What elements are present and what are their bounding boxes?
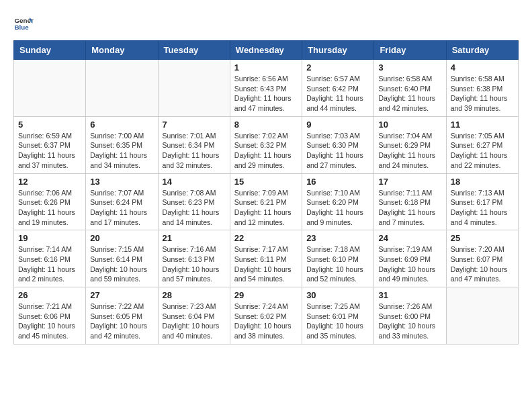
day-info: Sunrise: 7:24 AM Sunset: 6:02 PM Dayligh…	[234, 302, 298, 341]
day-info: Sunrise: 7:06 AM Sunset: 6:26 PM Dayligh…	[18, 188, 81, 228]
day-info: Sunrise: 7:07 AM Sunset: 6:24 PM Dayligh…	[90, 188, 153, 228]
day-info: Sunrise: 6:59 AM Sunset: 6:37 PM Dayligh…	[18, 131, 81, 171]
day-info: Sunrise: 7:11 AM Sunset: 6:18 PM Dayligh…	[378, 188, 441, 228]
day-info: Sunrise: 7:25 AM Sunset: 6:01 PM Dayligh…	[306, 302, 369, 341]
calendar-cell: 26Sunrise: 7:21 AM Sunset: 6:06 PM Dayli…	[14, 287, 86, 345]
day-number: 28	[163, 290, 226, 300]
calendar-cell: 24Sunrise: 7:19 AM Sunset: 6:09 PM Dayli…	[374, 230, 446, 287]
day-number: 19	[18, 233, 81, 243]
day-info: Sunrise: 7:16 AM Sunset: 6:13 PM Dayligh…	[163, 244, 226, 284]
day-info: Sunrise: 7:22 AM Sunset: 6:05 PM Dayligh…	[90, 302, 153, 341]
calendar-cell: 5Sunrise: 6:59 AM Sunset: 6:37 PM Daylig…	[14, 116, 86, 173]
day-info: Sunrise: 7:14 AM Sunset: 6:16 PM Dayligh…	[18, 244, 81, 284]
day-info: Sunrise: 7:15 AM Sunset: 6:14 PM Dayligh…	[90, 244, 153, 284]
day-number: 12	[18, 177, 81, 187]
day-info: Sunrise: 7:05 AM Sunset: 6:27 PM Dayligh…	[451, 131, 514, 171]
calendar-cell: 12Sunrise: 7:06 AM Sunset: 6:26 PM Dayli…	[14, 173, 86, 230]
day-info: Sunrise: 7:21 AM Sunset: 6:06 PM Dayligh…	[18, 302, 81, 341]
calendar-cell: 6Sunrise: 7:00 AM Sunset: 6:35 PM Daylig…	[86, 116, 158, 173]
day-number: 30	[306, 290, 369, 300]
weekday-header-thursday: Thursday	[302, 41, 374, 60]
calendar-cell: 15Sunrise: 7:09 AM Sunset: 6:21 PM Dayli…	[230, 173, 302, 230]
calendar-cell: 14Sunrise: 7:08 AM Sunset: 6:23 PM Dayli…	[158, 173, 230, 230]
day-number: 27	[90, 290, 153, 300]
calendar-cell: 17Sunrise: 7:11 AM Sunset: 6:18 PM Dayli…	[374, 173, 446, 230]
calendar-cell: 18Sunrise: 7:13 AM Sunset: 6:17 PM Dayli…	[446, 173, 518, 230]
calendar-week-1: 1Sunrise: 6:56 AM Sunset: 6:43 PM Daylig…	[14, 60, 519, 117]
day-info: Sunrise: 7:00 AM Sunset: 6:35 PM Dayligh…	[90, 131, 153, 171]
day-info: Sunrise: 7:01 AM Sunset: 6:34 PM Dayligh…	[163, 131, 226, 171]
calendar-cell: 30Sunrise: 7:25 AM Sunset: 6:01 PM Dayli…	[302, 287, 374, 345]
calendar-cell: 21Sunrise: 7:16 AM Sunset: 6:13 PM Dayli…	[158, 230, 230, 287]
day-number: 1	[234, 62, 298, 73]
day-number: 8	[234, 120, 298, 130]
calendar-week-2: 5Sunrise: 6:59 AM Sunset: 6:37 PM Daylig…	[14, 116, 519, 173]
calendar-cell: 4Sunrise: 6:58 AM Sunset: 6:38 PM Daylig…	[446, 60, 518, 117]
calendar-cell: 25Sunrise: 7:20 AM Sunset: 6:07 PM Dayli…	[446, 230, 518, 287]
calendar-week-4: 19Sunrise: 7:14 AM Sunset: 6:16 PM Dayli…	[14, 230, 519, 287]
day-number: 13	[90, 177, 153, 187]
calendar-cell: 13Sunrise: 7:07 AM Sunset: 6:24 PM Dayli…	[86, 173, 158, 230]
calendar-cell	[446, 287, 518, 345]
calendar-cell	[86, 60, 158, 117]
day-info: Sunrise: 7:03 AM Sunset: 6:30 PM Dayligh…	[306, 131, 369, 171]
calendar-cell: 1Sunrise: 6:56 AM Sunset: 6:43 PM Daylig…	[230, 60, 302, 117]
day-number: 10	[378, 120, 441, 130]
day-info: Sunrise: 7:13 AM Sunset: 6:17 PM Dayligh…	[451, 188, 514, 228]
day-number: 5	[18, 120, 81, 130]
day-number: 2	[306, 62, 369, 73]
weekday-header-tuesday: Tuesday	[158, 41, 230, 60]
day-number: 22	[234, 233, 298, 243]
calendar-cell: 10Sunrise: 7:04 AM Sunset: 6:29 PM Dayli…	[374, 116, 446, 173]
calendar-cell: 3Sunrise: 6:58 AM Sunset: 6:40 PM Daylig…	[374, 60, 446, 117]
weekday-header-friday: Friday	[374, 41, 446, 60]
calendar-cell: 23Sunrise: 7:18 AM Sunset: 6:10 PM Dayli…	[302, 230, 374, 287]
weekday-header-monday: Monday	[86, 41, 158, 60]
day-info: Sunrise: 6:58 AM Sunset: 6:40 PM Dayligh…	[378, 74, 441, 113]
logo: General Blue	[13, 13, 34, 34]
calendar-cell	[14, 60, 86, 117]
day-number: 15	[234, 177, 298, 187]
calendar-cell: 2Sunrise: 6:57 AM Sunset: 6:42 PM Daylig…	[302, 60, 374, 117]
calendar-cell: 20Sunrise: 7:15 AM Sunset: 6:14 PM Dayli…	[86, 230, 158, 287]
calendar-cell: 19Sunrise: 7:14 AM Sunset: 6:16 PM Dayli…	[14, 230, 86, 287]
calendar-cell: 7Sunrise: 7:01 AM Sunset: 6:34 PM Daylig…	[158, 116, 230, 173]
day-info: Sunrise: 6:58 AM Sunset: 6:38 PM Dayligh…	[451, 74, 514, 113]
day-number: 16	[306, 177, 369, 187]
calendar-table: SundayMondayTuesdayWednesdayThursdayFrid…	[13, 40, 519, 345]
day-number: 4	[451, 62, 514, 73]
calendar-cell: 28Sunrise: 7:23 AM Sunset: 6:04 PM Dayli…	[158, 287, 230, 345]
day-info: Sunrise: 6:57 AM Sunset: 6:42 PM Dayligh…	[306, 74, 369, 113]
calendar-cell: 16Sunrise: 7:10 AM Sunset: 6:20 PM Dayli…	[302, 173, 374, 230]
calendar-cell: 31Sunrise: 7:26 AM Sunset: 6:00 PM Dayli…	[374, 287, 446, 345]
day-info: Sunrise: 7:17 AM Sunset: 6:11 PM Dayligh…	[234, 244, 298, 284]
weekday-header-row: SundayMondayTuesdayWednesdayThursdayFrid…	[14, 41, 519, 60]
day-number: 29	[234, 290, 298, 300]
day-number: 20	[90, 233, 153, 243]
day-number: 24	[378, 233, 441, 243]
calendar-cell: 11Sunrise: 7:05 AM Sunset: 6:27 PM Dayli…	[446, 116, 518, 173]
day-number: 9	[306, 120, 369, 130]
day-number: 25	[451, 233, 514, 243]
day-info: Sunrise: 7:04 AM Sunset: 6:29 PM Dayligh…	[378, 131, 441, 171]
day-info: Sunrise: 7:09 AM Sunset: 6:21 PM Dayligh…	[234, 188, 298, 228]
calendar-cell: 9Sunrise: 7:03 AM Sunset: 6:30 PM Daylig…	[302, 116, 374, 173]
calendar-cell: 22Sunrise: 7:17 AM Sunset: 6:11 PM Dayli…	[230, 230, 302, 287]
day-number: 18	[451, 177, 514, 187]
day-info: Sunrise: 7:02 AM Sunset: 6:32 PM Dayligh…	[234, 131, 298, 171]
day-info: Sunrise: 7:10 AM Sunset: 6:20 PM Dayligh…	[306, 188, 369, 228]
calendar-cell	[158, 60, 230, 117]
weekday-header-saturday: Saturday	[446, 41, 518, 60]
day-number: 26	[18, 290, 81, 300]
day-number: 6	[90, 120, 153, 130]
page-header: General Blue	[13, 13, 519, 34]
day-number: 23	[306, 233, 369, 243]
svg-text:Blue: Blue	[15, 24, 30, 31]
day-number: 17	[378, 177, 441, 187]
day-number: 7	[163, 120, 226, 130]
day-info: Sunrise: 6:56 AM Sunset: 6:43 PM Dayligh…	[234, 74, 298, 113]
day-number: 3	[378, 62, 441, 73]
day-info: Sunrise: 7:23 AM Sunset: 6:04 PM Dayligh…	[163, 302, 226, 341]
day-number: 14	[163, 177, 226, 187]
calendar-week-5: 26Sunrise: 7:21 AM Sunset: 6:06 PM Dayli…	[14, 287, 519, 345]
